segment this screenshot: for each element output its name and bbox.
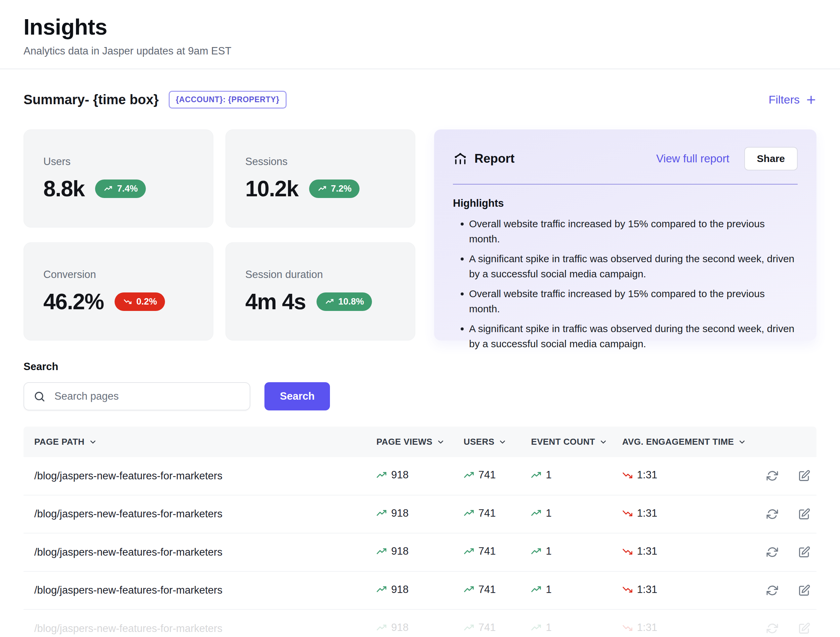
refresh-icon[interactable] [766,546,778,558]
chevron-down-icon [89,438,97,446]
metric-label: Session duration [245,269,395,281]
trend-down-icon [622,508,633,518]
users-cell: 741 [464,457,531,495]
actions-cell [765,571,816,610]
column-header-users[interactable]: USERS [464,427,531,457]
event-count-cell: 1 [531,533,622,571]
trend-up-icon [464,470,474,481]
trend-up-icon [531,546,541,556]
search-label: Search [24,361,816,373]
search-section: Search Search [24,361,816,411]
plus-icon [806,95,816,105]
metric-delta-value: 0.2% [136,297,157,307]
page-views-cell: 918 [376,609,464,637]
highlight-item: Overall website traffic increased by 15%… [469,286,798,316]
table-row: /blog/jaspers-new-features-for-marketers… [24,457,816,495]
trend-up-icon [317,185,327,193]
column-header-actions [765,427,816,457]
chevron-down-icon [738,438,746,446]
metric-cards: Users 8.8k 7.4% [24,130,415,340]
actions-cell [765,495,816,533]
column-header-page-views[interactable]: PAGE VIEWS [376,427,464,457]
chevron-down-icon [436,438,445,446]
trend-up-icon [464,623,474,633]
search-icon [33,390,45,402]
table-row: /blog/jaspers-new-features-for-marketers… [24,495,816,533]
trend-down-icon [622,623,633,633]
view-full-report-link[interactable]: View full report [656,152,729,165]
metric-delta-badge: 0.2% [115,292,165,311]
actions-cell [765,457,816,495]
page-header: Insights Analytics data in Jasper update… [0,0,840,69]
edit-icon[interactable] [798,508,810,520]
page-path-cell: /blog/jaspers-new-features-for-marketers [24,495,376,533]
search-button[interactable]: Search [264,382,330,411]
table-row: /blog/jaspers-new-features-for-marketers… [24,571,816,610]
users-cell: 741 [464,609,531,637]
refresh-icon[interactable] [766,584,778,597]
search-input-wrap [24,382,250,411]
trend-down-icon [123,297,133,305]
trend-up-icon [376,584,387,594]
metric-delta-badge: 7.4% [95,180,146,198]
highlights-section: Highlights Overall website traffic incre… [434,185,816,351]
column-header-page-path[interactable]: PAGE PATH [24,427,376,457]
filters-label: Filters [769,93,800,106]
avg-engagement-time-cell: 1:31 [622,609,765,637]
page-path-cell: /blog/jaspers-new-features-for-marketers [24,609,376,637]
trend-up-icon [464,584,474,594]
trend-up-icon [531,508,541,518]
trend-up-icon [464,546,474,556]
page-views-cell: 918 [376,457,464,495]
report-card: Report View full report Share Highlights… [434,130,816,340]
event-count-cell: 1 [531,609,622,637]
refresh-icon[interactable] [766,469,778,482]
edit-icon[interactable] [798,622,810,635]
metric-card: Session duration 4m 4s 10.8% [226,242,415,340]
column-header-avg-engagement-time[interactable]: AVG. ENGAGEMENT TIME [622,427,765,457]
metric-card: Sessions 10.2k 7.2% [226,130,415,228]
filters-button[interactable]: Filters [769,93,816,106]
users-cell: 741 [464,495,531,533]
edit-icon[interactable] [798,469,810,482]
report-title: Report [474,152,515,166]
actions-cell [765,533,816,571]
trend-down-icon [622,546,633,556]
metric-card: Users 8.8k 7.4% [24,130,213,228]
search-input[interactable] [24,382,250,411]
trend-up-icon [531,623,541,633]
chevron-down-icon [599,438,608,446]
refresh-icon[interactable] [766,622,778,635]
trend-down-icon [622,584,633,594]
metric-value: 46.2% [43,289,104,314]
account-property-badge[interactable]: {ACCOUNT}: {PROPERTY} [169,91,286,109]
metric-value: 4m 4s [245,289,306,314]
trend-up-icon [376,546,387,556]
metric-delta-value: 7.2% [331,183,352,194]
trend-down-icon [622,470,633,481]
page-path-cell: /blog/jaspers-new-features-for-marketers [24,533,376,571]
highlight-item: A significant spike in traffic was obser… [469,251,798,281]
trend-up-icon [325,297,335,305]
highlight-item: Overall website traffic increased by 15%… [469,216,798,247]
table-header-row: PAGE PATH PAGE VIEWS USERS [24,427,816,457]
summary-bar: Summary- {time box} {ACCOUNT}: {PROPERTY… [24,91,816,109]
report-title-wrap: Report [453,151,515,166]
chevron-down-icon [498,438,507,446]
edit-icon[interactable] [798,546,810,558]
metric-delta-badge: 10.8% [316,292,372,311]
avg-engagement-time-cell: 1:31 [622,571,765,610]
share-button[interactable]: Share [744,147,798,171]
highlight-item: A significant spike in traffic was obser… [469,321,798,351]
metric-delta-value: 7.4% [117,183,138,194]
page-title: Insights [24,14,816,40]
metric-value: 10.2k [245,176,298,201]
metric-delta-value: 10.8% [338,297,364,307]
refresh-icon[interactable] [766,508,778,520]
trend-up-icon [376,508,387,518]
metric-label: Users [43,156,194,168]
column-header-event-count[interactable]: EVENT COUNT [531,427,622,457]
summary-title: Summary- {time box} [24,92,159,107]
highlights-title: Highlights [453,197,798,209]
edit-icon[interactable] [798,584,810,597]
